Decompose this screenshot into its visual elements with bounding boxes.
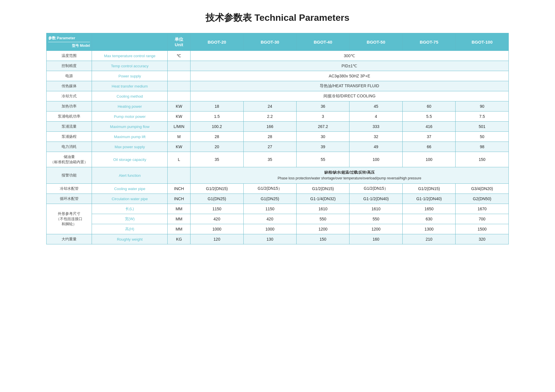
- table-row: 电源Power supplyAC3φ380v 50HZ 3P+E: [47, 71, 509, 81]
- cell-value: G1/2(DN15): [402, 183, 455, 194]
- table-row: 泵浦流量Maximum pumping flowL/MIN100.2166267…: [47, 122, 509, 132]
- header-unit: 单位 Unit: [168, 33, 190, 51]
- cell-value: 100.2: [190, 122, 243, 132]
- param-en: Oil storage capacity: [92, 152, 168, 167]
- cell-value: 7.5: [456, 112, 509, 122]
- table-row: 泵浦扬程Maximum pump liftM282830323750: [47, 132, 509, 142]
- cell-value: 120: [190, 234, 243, 244]
- param-zh: 报警功能: [47, 167, 92, 184]
- merged-value: 300℃: [190, 51, 509, 61]
- cell-value: 24: [243, 101, 296, 112]
- cell-value: 50: [456, 132, 509, 142]
- cell-value: 98: [456, 142, 509, 152]
- param-unit: ℃: [168, 51, 190, 61]
- cell-value: 30: [296, 132, 349, 142]
- param-zh: 电源: [47, 71, 92, 81]
- cell-value: 4: [349, 112, 402, 122]
- cell-value: 420: [190, 214, 243, 224]
- param-en: Cooling water pipe: [92, 183, 168, 194]
- cell-value: 1500: [456, 224, 509, 234]
- cell-value: G1/2(DN15）: [243, 183, 296, 194]
- param-zh: 温度范围: [47, 51, 92, 61]
- table-row: 温度范围Max temperature control range℃300℃: [47, 51, 509, 61]
- cell-value: 1200: [296, 224, 349, 234]
- param-unit: KW: [168, 112, 190, 122]
- cell-value: 1000: [243, 224, 296, 234]
- cell-value: 2.2: [243, 112, 296, 122]
- cell-value: G1-1/4(DN32): [296, 194, 349, 204]
- table-row: 电力消耗Max power supplyKW202739496698: [47, 142, 509, 152]
- table-row: 冷却方式Cooling method间接冷却/DIRECT COOLING: [47, 91, 509, 101]
- header-param-text: 参数 Parameter: [48, 36, 90, 41]
- param-en: Cooling method: [92, 91, 168, 101]
- cell-value: 5.5: [402, 112, 455, 122]
- table-row: 控制精度Temp control accuracyPID±1℃: [47, 61, 509, 71]
- param-desc-sub: 高(H): [92, 224, 168, 234]
- param-en: Circulation water pipe: [92, 194, 168, 204]
- param-en: Alert function: [92, 167, 168, 184]
- cell-value: 90: [456, 101, 509, 112]
- unit-zh-label: 单位: [169, 37, 188, 42]
- param-desc-sub: 宽(W): [92, 214, 168, 224]
- cell-value: G1/2(DN15): [296, 183, 349, 194]
- param-zh: 冷却方式: [47, 91, 92, 101]
- param-zh: 泵浦电机功率: [47, 112, 92, 122]
- table-row: 大约重量Roughly weightKG120130150160210320: [47, 234, 509, 244]
- cell-value: 66: [402, 142, 455, 152]
- param-unit: KW: [168, 142, 190, 152]
- param-unit: [168, 91, 190, 101]
- cell-value: 550: [296, 214, 349, 224]
- cell-value: 160: [349, 234, 402, 244]
- merged-value: PID±1℃: [190, 61, 509, 71]
- param-unit: [168, 81, 190, 91]
- cell-value: 100: [349, 152, 402, 167]
- cell-value: 420: [243, 214, 296, 224]
- cell-value: 55: [296, 152, 349, 167]
- param-en: Max temperature control range: [92, 51, 168, 61]
- param-en: Heating power: [92, 101, 168, 112]
- param-dimension: 外形参考尺寸 （不包括连接口 和脚轮）: [47, 204, 92, 234]
- header-bgot50: BGOT-50: [349, 33, 402, 51]
- param-unit: INCH: [168, 194, 190, 204]
- cell-value: 49: [349, 142, 402, 152]
- cell-value: 1610: [296, 204, 349, 214]
- param-unit: MM: [168, 214, 190, 224]
- cell-value: G1-1/2(DN40): [349, 194, 402, 204]
- merged-value: 间接冷却/DIRECT COOLING: [190, 91, 509, 101]
- merged-value: 缺相/缺水/超温/过载/反转/高压Phase loss protection/w…: [190, 167, 509, 184]
- header-bgot100: BGOT-100: [456, 33, 509, 51]
- cell-value: G2(DN50): [456, 194, 509, 204]
- cell-value: 27: [243, 142, 296, 152]
- cell-value: G1-1/2(DN40): [402, 194, 455, 204]
- param-unit: INCH: [168, 183, 190, 194]
- cell-value: 501: [456, 122, 509, 132]
- table-row: 报警功能Alert function缺相/缺水/超温/过载/反转/高压Phase…: [47, 167, 509, 184]
- param-zh: 大约重量: [47, 234, 92, 244]
- cell-value: 150: [456, 152, 509, 167]
- param-zh: 电力消耗: [47, 142, 92, 152]
- header-desc: [92, 33, 168, 51]
- table-row: 循环水配管Circulation water pipeINCHG1(DN25)G…: [47, 194, 509, 204]
- header-bgot40: BGOT-40: [296, 33, 349, 51]
- unit-en-label: Unit: [169, 42, 188, 47]
- cell-value: 37: [402, 132, 455, 142]
- param-zh: 泵浦扬程: [47, 132, 92, 142]
- cell-value: 18: [190, 101, 243, 112]
- cell-value: 1300: [402, 224, 455, 234]
- cell-value: 1670: [456, 204, 509, 214]
- table-row: 高(H)MM100010001200120013001500: [47, 224, 509, 234]
- param-en: Roughly weight: [92, 234, 168, 244]
- param-desc-sub: 长(L): [92, 204, 168, 214]
- table-header-row: 参数 Parameter 型号 Model 单位 Unit BGOT-20 BG…: [47, 33, 509, 51]
- page-title: 技术参数表 Technical Parameters: [46, 12, 509, 24]
- param-unit: KW: [168, 101, 190, 112]
- cell-value: 1200: [349, 224, 402, 234]
- header-param: 参数 Parameter 型号 Model: [47, 33, 92, 51]
- cell-value: 1650: [402, 204, 455, 214]
- cell-value: 35: [243, 152, 296, 167]
- cell-value: 1.5: [190, 112, 243, 122]
- param-zh: 储油量 （标准机型油箱内置）: [47, 152, 92, 167]
- param-zh: 冷却水配管: [47, 183, 92, 194]
- cell-value: 100: [402, 152, 455, 167]
- param-zh: 循环水配管: [47, 194, 92, 204]
